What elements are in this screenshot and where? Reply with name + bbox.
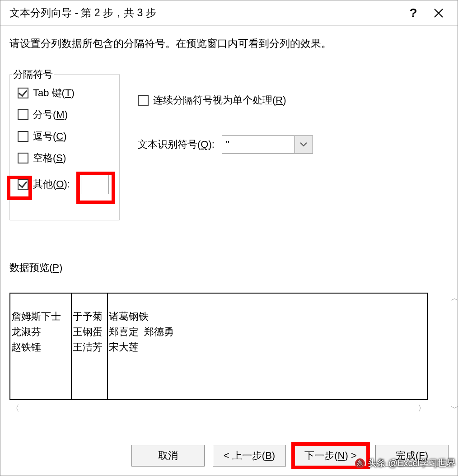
- dialog-footer: 取消 < 上一步(B) 下一步(N) > 完成(F): [0, 440, 458, 474]
- checkbox-space[interactable]: [18, 153, 28, 163]
- text-qualifier-label: 文本识别符号(Q):: [138, 138, 215, 151]
- label-space: 空格(S): [33, 151, 66, 165]
- scroll-left-icon: 〈: [11, 403, 19, 414]
- cancel-button[interactable]: 取消: [131, 445, 205, 467]
- checkbox-other[interactable]: [18, 179, 28, 190]
- close-icon: [434, 8, 444, 18]
- delimiters-group-label: 分隔符号: [12, 68, 54, 81]
- treat-consecutive-row[interactable]: 连续分隔符号视为单个处理(R): [138, 89, 444, 111]
- data-preview-label: 数据预览(P): [9, 261, 449, 275]
- other-delimiter-input[interactable]: [81, 174, 109, 194]
- help-button[interactable]: ?: [401, 2, 426, 24]
- delimiters-groupbox: 分隔符号 Tab 键(T) 分号(M): [9, 67, 449, 220]
- label-treat-consecutive: 连续分隔符号视为单个处理(R): [153, 93, 286, 107]
- text-qualifier-combo[interactable]: ": [222, 135, 313, 154]
- delimiter-tab-row[interactable]: Tab 键(T): [18, 82, 121, 104]
- checkbox-tab[interactable]: [18, 88, 28, 98]
- dialog-window: 文本分列向导 - 第 2 步，共 3 步 ? 请设置分列数据所包含的分隔符号。在…: [0, 0, 458, 476]
- description-text: 请设置分列数据所包含的分隔符号。在预览窗口内可看到分列的效果。: [9, 37, 449, 51]
- label-tab: Tab 键(T): [33, 86, 75, 100]
- scroll-right-icon: 〉: [418, 403, 426, 414]
- help-icon: ?: [409, 6, 417, 20]
- label-semicolon: 分号(M): [33, 108, 68, 121]
- horizontal-scrollbar[interactable]: 〈 〉: [9, 403, 428, 414]
- delimiter-other-row[interactable]: 其他(O):: [18, 173, 121, 195]
- back-button[interactable]: < 上一步(B): [213, 445, 286, 467]
- finish-button[interactable]: 完成(F): [375, 445, 449, 467]
- close-button[interactable]: [426, 2, 451, 24]
- checkbox-semicolon[interactable]: [18, 109, 28, 120]
- chevron-down-icon: [300, 142, 307, 147]
- preview-col-1: 詹姆斯下士 龙淑芬 赵铁锤: [10, 294, 72, 399]
- delimiter-comma-row[interactable]: 逗号(C): [18, 126, 121, 147]
- checkbox-comma[interactable]: [18, 131, 28, 142]
- preview-col-3: 诸葛钢铁 郑喜定 郑德勇 宋大莲: [108, 294, 427, 399]
- dialog-content: 请设置分列数据所包含的分隔符号。在预览窗口内可看到分列的效果。 分隔符号 Tab…: [0, 26, 458, 414]
- next-button[interactable]: 下一步(N) >: [294, 445, 367, 467]
- data-preview-box: 詹姆斯下士 龙淑芬 赵铁锤 于予菊 王钢蛋 王洁芳 诸葛钢铁 郑喜定 郑德勇 宋…: [9, 293, 428, 400]
- delimiter-semicolon-row[interactable]: 分号(M): [18, 104, 121, 126]
- label-other: 其他(O):: [33, 177, 70, 191]
- scroll-down-icon: ﹀: [451, 403, 458, 414]
- preview-col-2: 于予菊 王钢蛋 王洁芳: [72, 294, 108, 399]
- text-qualifier-value[interactable]: ": [222, 136, 294, 153]
- scroll-up-icon: ︿: [451, 293, 458, 303]
- checkbox-treat-consecutive[interactable]: [138, 95, 149, 106]
- text-qualifier-row: 文本识别符号(Q): ": [138, 135, 444, 154]
- label-comma: 逗号(C): [33, 130, 67, 143]
- delimiter-space-row[interactable]: 空格(S): [18, 147, 121, 169]
- titlebar: 文本分列向导 - 第 2 步，共 3 步 ?: [0, 0, 458, 26]
- dialog-title: 文本分列向导 - 第 2 步，共 3 步: [9, 6, 401, 20]
- vertical-scrollbar[interactable]: ︿ ﹀: [450, 293, 458, 414]
- combo-dropdown-button[interactable]: [294, 136, 313, 153]
